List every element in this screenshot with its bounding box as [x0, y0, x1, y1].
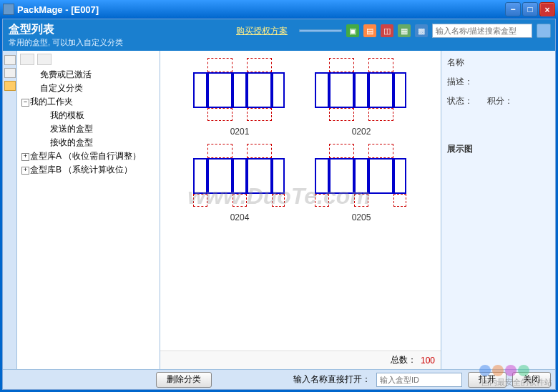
template-label: 0204 — [230, 212, 250, 222]
tree-item-sent[interactable]: 发送的盒型 — [30, 122, 157, 136]
titlebar: PackMage - [E007] − □ × — [0, 0, 558, 19]
tree-item-lib-a[interactable]: 盒型库A （收位需自行调整） — [20, 150, 157, 163]
open-direct-label: 输入名称直接打开： — [293, 373, 371, 386]
detail-panel: 名称 描述： 状态： 积分： 展示图 — [441, 51, 555, 369]
desc-label: 描述： — [447, 76, 549, 88]
points-label: 积分： — [487, 95, 513, 107]
template-label: 0202 — [352, 127, 371, 137]
tree-tab-2[interactable] — [37, 54, 52, 65]
template-item[interactable]: 0201 — [193, 58, 286, 137]
search-input[interactable] — [432, 24, 532, 38]
tree-item-myfolder[interactable]: 我的工作夹 — [20, 95, 157, 109]
tree-tab-1[interactable] — [20, 54, 34, 65]
delete-category-button[interactable]: 删除分类 — [156, 372, 212, 388]
grid-footer: 总数： 100 — [160, 351, 441, 369]
total-count-value: 100 — [421, 356, 435, 366]
left-sidebar — [3, 51, 17, 369]
page-subtitle: 常用的盒型, 可以加入自定义分类 — [9, 37, 123, 48]
tree-item-mytemplates[interactable]: 我的模板 — [30, 109, 157, 122]
toolbar-icon-3[interactable]: ◫ — [381, 24, 393, 37]
name-label: 名称 — [447, 57, 549, 69]
template-item[interactable]: 0202 — [315, 58, 408, 137]
toolbar-icon-2[interactable]: ▤ — [363, 24, 376, 37]
template-thumb — [193, 58, 286, 122]
status-label: 状态： — [447, 95, 473, 107]
app-icon — [3, 4, 14, 15]
zoom-slider[interactable] — [299, 29, 342, 32]
search-button[interactable] — [537, 24, 551, 38]
box-id-input[interactable] — [376, 373, 462, 387]
tree-item-custom[interactable]: 自定义分类 — [20, 82, 157, 95]
minimize-button[interactable]: − — [505, 2, 521, 16]
key-icon[interactable] — [4, 81, 16, 91]
window-title: PackMage - [E007] — [17, 4, 505, 15]
watermark-icons — [479, 365, 529, 376]
toolbar-icon-1[interactable]: ▣ — [346, 24, 359, 37]
tree-item-received[interactable]: 接收的盒型 — [30, 136, 157, 150]
buy-license-link[interactable]: 购买授权方案 — [236, 25, 288, 37]
template-item[interactable]: 0204 — [193, 144, 286, 222]
total-count-label: 总数： — [391, 354, 416, 366]
tree-panel: 免费或已激活 自定义分类 我的工作夹 我的模板 发送的盒型 接收的盒型 盒型库A… — [17, 51, 160, 369]
sidebar-tab-icon-2[interactable] — [4, 68, 16, 78]
template-label: 0201 — [230, 127, 250, 137]
template-thumb — [193, 144, 286, 208]
panel-close-icon[interactable]: × — [541, 4, 554, 16]
template-grid-panel: 0201 — [160, 51, 441, 369]
page-header: × 盒型列表 常用的盒型, 可以加入自定义分类 购买授权方案 ▣ ▤ ◫ ▦ ▩ — [3, 19, 555, 51]
template-thumb — [315, 144, 408, 208]
template-item[interactable]: 0205 — [315, 144, 408, 222]
template-thumb — [315, 58, 408, 122]
template-label: 0205 — [352, 212, 371, 222]
page-title: 盒型列表 — [9, 22, 123, 37]
toolbar-icon-4[interactable]: ▦ — [398, 24, 411, 37]
sidebar-tab-icon-1[interactable] — [4, 55, 16, 65]
toolbar-icon-5[interactable]: ▩ — [415, 24, 428, 37]
tree-item-lib-b[interactable]: 盒型库B （系统计算收位） — [20, 163, 157, 177]
maximize-button[interactable]: □ — [522, 2, 538, 16]
preview-label: 展示图 — [447, 143, 549, 155]
tree-item-free[interactable]: 免费或已激活 — [20, 68, 157, 82]
bottom-toolbar: 删除分类 输入名称直接打开： 打开 关闭 — [3, 369, 555, 389]
